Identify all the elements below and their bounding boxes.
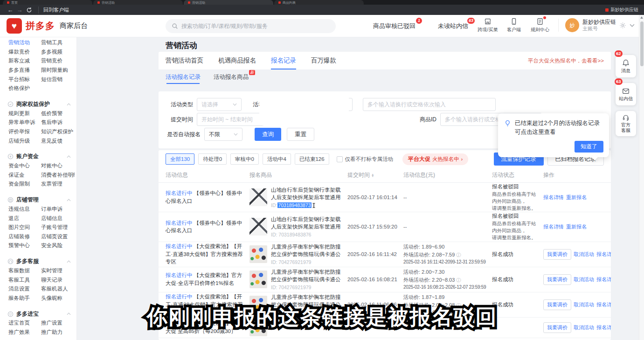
sidebar-item[interactable]: 图片空间 xyxy=(8,224,41,231)
op-link[interactable]: 重新报名 xyxy=(566,194,587,201)
sidebar-item[interactable]: 新客立减 xyxy=(8,57,41,64)
status-chip-2[interactable]: 审核中0 xyxy=(230,153,259,165)
sidebar-item[interactable]: 营销工具 xyxy=(41,39,75,46)
browser-tab-0[interactable]: 首页 xyxy=(3,0,92,5)
status-chip-3[interactable]: 活动中4 xyxy=(263,153,291,165)
sidebar-item[interactable]: 进宝首页 xyxy=(8,319,41,326)
status-chip-0[interactable]: 全部130 xyxy=(166,153,194,165)
sidebar-item[interactable]: 店铺信息 xyxy=(41,215,75,222)
browser-tab-2[interactable]: 营销活动 xyxy=(184,0,273,5)
adjust-price-button[interactable]: 我要调价 xyxy=(543,299,571,310)
sidebar-item[interactable]: 推广设置 xyxy=(41,319,75,326)
sidebar-group-header[interactable]: 店铺管理 xyxy=(0,195,76,205)
sidebar-item[interactable]: 服务助手 xyxy=(8,295,41,302)
product-id-selected[interactable]: 703189483873 xyxy=(277,202,311,208)
sidebar-item[interactable]: 实时管理 xyxy=(41,267,75,274)
back-icon[interactable]: ← xyxy=(6,7,15,14)
promo-pill[interactable]: 平台大促火热报名中› xyxy=(402,153,468,165)
page-scrollbar[interactable] xyxy=(639,15,644,340)
op-link[interactable]: 取消活动 xyxy=(574,301,594,308)
sidebar-item[interactable]: 意见反馈 xyxy=(41,138,75,145)
sidebar-item[interactable]: 保证金 xyxy=(8,172,41,179)
sidebar-item[interactable]: 规则更新 xyxy=(8,110,41,117)
sidebar-item[interactable]: 违规信息 xyxy=(8,206,41,213)
sidebar-item[interactable]: 消费者补偿明细 xyxy=(41,172,75,179)
got-it-button[interactable]: 知道了 xyxy=(575,141,603,153)
unread-mail-link[interactable]: 未读站内信63 xyxy=(438,22,468,30)
only-unmarked-checkbox[interactable]: 仅看不打标专属活动 xyxy=(337,156,394,163)
op-link[interactable]: 重新报名 xyxy=(566,223,587,230)
sidebar-item[interactable]: 店铺升级 xyxy=(8,138,41,145)
chevron-down-icon[interactable] xyxy=(630,24,635,27)
rules-center-link[interactable]: 规则中心 xyxy=(528,17,552,33)
info-icon[interactable]: ⓘ xyxy=(455,252,461,257)
browser-tab-3[interactable]: 商品列表 xyxy=(274,0,364,5)
messages-entry[interactable]: 消息62 xyxy=(616,55,636,77)
main-tab-2[interactable]: 报名记录 xyxy=(271,52,296,69)
sidebar-item[interactable]: 资金中心 xyxy=(8,162,41,169)
sidebar-item[interactable]: 知识产权保护 xyxy=(41,128,75,135)
multi-id-input[interactable]: 多个输入请换行或空格依次输入 xyxy=(363,98,496,111)
sidebar-item[interactable]: 消息设置 xyxy=(8,285,41,292)
sidebar-item[interactable]: 平台招标 xyxy=(8,76,41,83)
sidebar-item[interactable]: 营销活动 xyxy=(8,39,41,46)
sidebar-item[interactable]: 退店 xyxy=(8,215,41,222)
global-search-input[interactable]: 搜索功能/订单/课程/规则/帮助/服务 xyxy=(166,19,336,33)
sidebar-item[interactable]: 头像昵称 xyxy=(41,295,75,302)
promo-banner-link[interactable]: 平台大促火热报名中，去看看>> xyxy=(528,57,604,64)
adjust-price-button[interactable]: 我要调价 xyxy=(543,322,571,333)
sub-tab-0[interactable]: 活动报名记录 xyxy=(166,73,201,84)
sidebar-item[interactable]: 安全风险 xyxy=(41,242,75,249)
sidebar-item[interactable]: 客服工具 xyxy=(8,277,41,284)
review-rejected-link[interactable]: 商品审核已驳回1 xyxy=(373,22,415,30)
sidebar-item[interactable]: 限时限量购 xyxy=(41,67,75,74)
op-link[interactable]: 报名详情 xyxy=(596,276,611,283)
op-link[interactable]: 报名详情 xyxy=(596,301,611,308)
main-tab-3[interactable]: 百万爆款 xyxy=(311,52,336,69)
activity-type-select[interactable]: 请选择 xyxy=(197,98,242,111)
op-link[interactable]: 取消活动 xyxy=(574,324,594,331)
adjust-price-button[interactable]: 我要调价 xyxy=(543,274,571,285)
status-chip-1[interactable]: 待处理0 xyxy=(198,153,227,165)
query-button[interactable]: 查询 xyxy=(255,128,281,141)
site-mail-entry[interactable]: 站内信63 xyxy=(616,83,636,105)
sidebar-item[interactable]: 客服机器人 xyxy=(41,285,75,292)
main-tab-1[interactable]: 机遇商品报名 xyxy=(218,52,256,69)
sidebar-item[interactable]: 推广效果 xyxy=(8,329,41,336)
sidebar-item[interactable]: 异常单申诉 xyxy=(8,119,41,126)
sidebar-item[interactable]: 多多直播 xyxy=(8,67,41,74)
forward-icon[interactable]: → xyxy=(15,7,24,14)
sidebar-item[interactable]: 多多视频 xyxy=(41,49,75,56)
crossborder-link[interactable]: 跨境/买菜 xyxy=(476,17,499,33)
sidebar-item[interactable]: 对账中心 xyxy=(41,162,75,169)
sidebar-group-header[interactable]: 商家权益保护 xyxy=(0,100,76,109)
client-app-link[interactable]: 客户端 xyxy=(502,17,526,33)
reset-button[interactable]: 重置 xyxy=(287,128,314,141)
sidebar-item[interactable]: 低价预警 xyxy=(41,110,75,117)
sort-icon[interactable]: ▲▼ xyxy=(371,173,374,177)
info-icon[interactable]: ⓘ xyxy=(455,303,461,308)
sidebar-item[interactable]: 发票管理 xyxy=(41,180,75,187)
sidebar-group-header[interactable]: 多多客服 xyxy=(0,257,76,266)
browser-profile[interactable]: 新妙妙供应链 xyxy=(605,7,638,13)
sidebar-item[interactable]: 资金限制 xyxy=(8,180,41,187)
op-link[interactable]: 报名详情 xyxy=(596,251,611,258)
sidebar-item[interactable]: 子账号管理 xyxy=(41,224,75,231)
sidebar-item[interactable]: 订单申诉 xyxy=(41,206,75,213)
op-link[interactable]: 报名详情 xyxy=(596,324,611,331)
sidebar-item[interactable]: 售后申诉 xyxy=(41,119,75,126)
adjust-price-button[interactable]: 我要调价 xyxy=(543,249,571,260)
scrollbar-thumb[interactable] xyxy=(640,21,644,66)
pdd-logo[interactable]: ♥ 拼多多 商家后台 xyxy=(7,18,88,34)
sidebar-item[interactable]: 营销竞价 xyxy=(41,57,75,64)
sidebar-item[interactable]: 聊天记录 xyxy=(41,277,75,284)
official-service-entry[interactable]: 官方客服 xyxy=(616,111,636,136)
sidebar-item[interactable]: 短信营销 xyxy=(41,76,75,83)
op-link[interactable]: 取消活动 xyxy=(574,251,594,258)
sidebar-group-header[interactable]: 多多进宝 xyxy=(0,309,76,319)
browser-tab-1[interactable]: 营销活动 xyxy=(93,0,183,5)
browser-url-text[interactable]: 回到客户端 xyxy=(38,7,69,14)
sidebar-item[interactable]: 评价举报 xyxy=(8,128,41,135)
info-icon[interactable]: ⓘ xyxy=(455,278,461,283)
sidebar-item[interactable]: 价格保护 xyxy=(8,85,41,92)
